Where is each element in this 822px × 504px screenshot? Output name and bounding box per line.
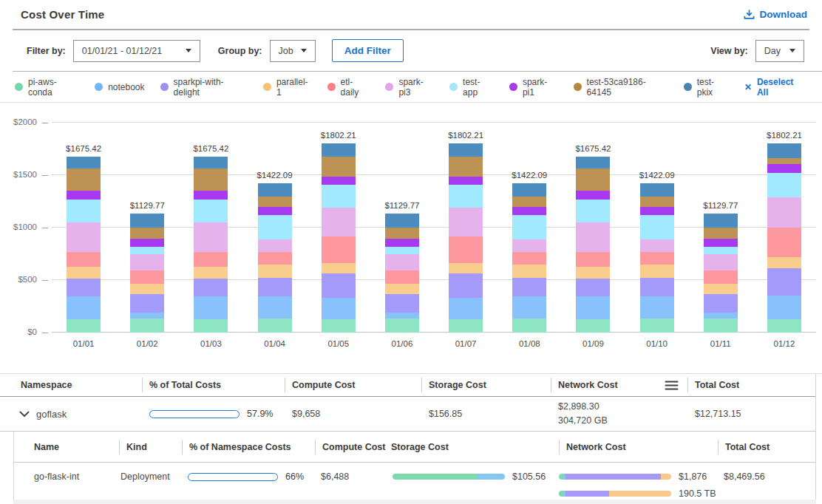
- legend-item-sparkpi-with-delight[interactable]: sparkpi-with-delight: [160, 77, 248, 98]
- bar-segment-etl-daily[interactable]: [322, 236, 356, 263]
- legend-item-etl-daily[interactable]: etl-daily: [327, 77, 370, 98]
- bar-segment-parallel-1[interactable]: [767, 257, 801, 269]
- bar-segment-pi-aws-conda[interactable]: [449, 319, 483, 333]
- bar-segment-spark-pi3[interactable]: [512, 239, 546, 252]
- bar-segment-notebook[interactable]: [512, 296, 546, 319]
- bar-segment-test-53ca9186-64145[interactable]: [449, 157, 483, 177]
- bar-segment-test-app[interactable]: [640, 215, 674, 239]
- bar-segment-spark-pi1[interactable]: [640, 207, 674, 214]
- bar-segment-sparkpi-with-delight[interactable]: [258, 278, 292, 296]
- bar-segment-spark-pi1[interactable]: [130, 239, 164, 247]
- view-by-select[interactable]: Day: [755, 40, 804, 62]
- bar-segment-test-app[interactable]: [67, 200, 101, 223]
- bar-segment-parallel-1[interactable]: [67, 267, 101, 279]
- bar-stack-01/03[interactable]: [194, 157, 228, 333]
- legend-item-test-app[interactable]: test-app: [449, 77, 494, 98]
- legend-item-test-53ca9186-64145[interactable]: test-53ca9186-64145: [574, 77, 668, 98]
- bar-segment-parallel-1[interactable]: [640, 265, 674, 277]
- bar-segment-parallel-1[interactable]: [449, 263, 483, 273]
- bar-segment-etl-daily[interactable]: [576, 252, 610, 267]
- bar-segment-spark-pi3[interactable]: [449, 208, 483, 236]
- bar-segment-test-pkix[interactable]: [512, 183, 546, 197]
- bar-segment-spark-pi3[interactable]: [130, 254, 164, 270]
- bar-segment-etl-daily[interactable]: [194, 252, 228, 267]
- bar-segment-spark-pi3[interactable]: [640, 239, 674, 252]
- legend-item-parallel-1[interactable]: parallel-1: [263, 77, 312, 98]
- bar-stack-01/01[interactable]: [67, 157, 101, 333]
- bar-segment-test-53ca9186-64145[interactable]: [322, 157, 356, 177]
- bar-segment-spark-pi3[interactable]: [258, 239, 292, 252]
- bar-segment-etl-daily[interactable]: [640, 252, 674, 265]
- bar-stack-01/02[interactable]: [130, 214, 164, 333]
- bar-segment-test-53ca9186-64145[interactable]: [194, 168, 228, 191]
- add-filter-button[interactable]: Add Filter: [332, 39, 404, 62]
- bar-stack-01/11[interactable]: [704, 214, 738, 333]
- bar-segment-spark-pi1[interactable]: [67, 191, 101, 200]
- bar-segment-sparkpi-with-delight[interactable]: [194, 279, 228, 296]
- bar-stack-01/12[interactable]: [767, 143, 801, 333]
- bar-segment-pi-aws-conda[interactable]: [322, 319, 356, 333]
- bar-segment-etl-daily[interactable]: [704, 270, 738, 284]
- bar-segment-pi-aws-conda[interactable]: [640, 319, 674, 333]
- bar-segment-sparkpi-with-delight[interactable]: [449, 273, 483, 298]
- bar-segment-test-app[interactable]: [767, 173, 801, 197]
- bar-segment-spark-pi1[interactable]: [767, 164, 801, 173]
- bar-segment-parallel-1[interactable]: [258, 265, 292, 277]
- bar-segment-parallel-1[interactable]: [385, 284, 419, 294]
- bar-segment-test-app[interactable]: [194, 200, 228, 223]
- bar-segment-sparkpi-with-delight[interactable]: [322, 273, 356, 298]
- bar-segment-test-53ca9186-64145[interactable]: [130, 228, 164, 239]
- bar-stack-01/09[interactable]: [576, 157, 610, 333]
- bar-segment-test-app[interactable]: [512, 215, 546, 239]
- table-row-goflask[interactable]: goflask 57.9% $9,658 $156.85 $2,898.30 3…: [0, 397, 815, 432]
- bar-segment-notebook[interactable]: [704, 313, 738, 319]
- bar-segment-test-app[interactable]: [704, 247, 738, 254]
- bar-segment-sparkpi-with-delight[interactable]: [130, 294, 164, 312]
- bar-segment-test-53ca9186-64145[interactable]: [258, 197, 292, 207]
- bar-segment-etl-daily[interactable]: [767, 228, 801, 257]
- bar-segment-sparkpi-with-delight[interactable]: [704, 294, 738, 312]
- bar-segment-test-53ca9186-64145[interactable]: [385, 228, 419, 239]
- bar-segment-notebook[interactable]: [258, 296, 292, 319]
- bar-segment-etl-daily[interactable]: [449, 236, 483, 263]
- bar-segment-spark-pi1[interactable]: [449, 177, 483, 185]
- bar-segment-notebook[interactable]: [767, 296, 801, 320]
- bar-segment-spark-pi3[interactable]: [67, 222, 101, 252]
- bar-segment-notebook[interactable]: [576, 296, 610, 319]
- bar-segment-spark-pi1[interactable]: [194, 191, 228, 200]
- bar-segment-sparkpi-with-delight[interactable]: [640, 278, 674, 296]
- deselect-all-button[interactable]: ✕ Deselect All: [744, 77, 806, 98]
- bar-segment-sparkpi-with-delight[interactable]: [767, 268, 801, 295]
- bar-segment-test-53ca9186-64145[interactable]: [640, 197, 674, 207]
- bar-segment-sparkpi-with-delight[interactable]: [67, 279, 101, 296]
- bar-segment-spark-pi3[interactable]: [576, 222, 610, 252]
- bar-segment-test-app[interactable]: [130, 247, 164, 254]
- bar-segment-etl-daily[interactable]: [385, 270, 419, 284]
- bar-stack-01/07[interactable]: [449, 143, 483, 333]
- bar-segment-pi-aws-conda[interactable]: [130, 319, 164, 333]
- bar-segment-test-app[interactable]: [449, 185, 483, 207]
- bar-segment-notebook[interactable]: [130, 313, 164, 319]
- bar-segment-pi-aws-conda[interactable]: [67, 319, 101, 333]
- bar-stack-01/04[interactable]: [258, 183, 292, 333]
- bar-segment-spark-pi3[interactable]: [704, 254, 738, 270]
- chevron-down-icon[interactable]: [19, 411, 30, 418]
- bar-segment-notebook[interactable]: [385, 313, 419, 319]
- bar-stack-01/05[interactable]: [322, 143, 356, 333]
- bar-segment-test-pkix[interactable]: [767, 143, 801, 157]
- bar-segment-parallel-1[interactable]: [576, 267, 610, 279]
- bar-segment-parallel-1[interactable]: [512, 265, 546, 277]
- bar-segment-notebook[interactable]: [194, 296, 228, 319]
- bar-segment-test-pkix[interactable]: [130, 214, 164, 228]
- bar-segment-spark-pi3[interactable]: [194, 222, 228, 252]
- bar-segment-spark-pi1[interactable]: [512, 207, 546, 214]
- bar-segment-pi-aws-conda[interactable]: [512, 319, 546, 333]
- bar-segment-test-app[interactable]: [576, 200, 610, 223]
- group-by-select[interactable]: Job: [270, 40, 316, 62]
- bar-segment-test-pkix[interactable]: [258, 183, 292, 197]
- bar-segment-test-app[interactable]: [385, 247, 419, 254]
- bar-segment-spark-pi3[interactable]: [767, 197, 801, 228]
- bar-segment-test-53ca9186-64145[interactable]: [67, 168, 101, 191]
- bar-segment-spark-pi1[interactable]: [385, 239, 419, 247]
- bar-segment-test-pkix[interactable]: [385, 214, 419, 228]
